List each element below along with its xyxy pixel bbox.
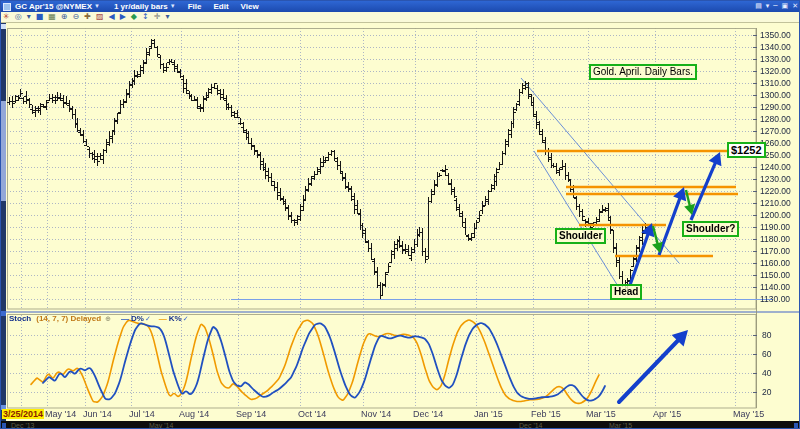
price-tick-label: 1290.00	[760, 103, 791, 112]
timeline-label: Dec '13	[11, 422, 35, 429]
month-label: Jun '14	[83, 409, 112, 419]
month-label: Jan '15	[474, 409, 503, 419]
k-line-label[interactable]: K%	[169, 314, 182, 324]
price-tick-label: 1220.00	[760, 187, 791, 196]
price-tick-label: 1320.00	[760, 67, 791, 76]
chart-note-box[interactable]: Gold. April. Daily Bars.	[589, 64, 697, 80]
month-label: Jul '14	[129, 409, 155, 419]
trading-app-window: GC Apr'15 @NYMEX ▼ 1 yr/daily bars ▼ Fil…	[0, 0, 800, 429]
stoch-panel-header: Stoch (14, 7, 7) Delayed ⊕ — D% ✓ — K% ✓	[9, 314, 189, 324]
head-box[interactable]: Head	[610, 284, 642, 300]
price-tick-label: 1170.00	[760, 247, 790, 256]
month-label: May '14	[45, 409, 76, 419]
timeline-label: May '14	[149, 422, 173, 429]
price-tick-label: 1330.00	[760, 55, 791, 64]
stoch-settings-icon[interactable]: ⊕	[105, 314, 111, 324]
price-tick-label: 1190.00	[760, 223, 790, 232]
price-tick-label: 1200.00	[760, 211, 791, 220]
month-label: Sep '14	[236, 409, 266, 419]
scrollbar-marker	[1, 311, 6, 316]
timeline-label: Dec '14	[519, 422, 543, 429]
price-tick-label: 1340.00	[760, 43, 791, 52]
month-label: May '15	[733, 409, 764, 419]
price-tick-label: 1140.00	[760, 283, 790, 292]
timeline-label: Mar '15	[609, 422, 632, 429]
month-label: Aug '14	[179, 409, 209, 419]
price-tick-label: 1180.00	[760, 235, 790, 244]
k-line-swatch: —	[159, 314, 167, 324]
price-tick-label: 1150.00	[760, 271, 790, 280]
scrollbar-thumb[interactable]	[1, 101, 6, 201]
stoch-tick-label: 80	[762, 331, 771, 340]
month-label: Nov '14	[361, 409, 391, 419]
shoulder-right-box[interactable]: Shoulder?	[682, 221, 739, 237]
left-scrollbar[interactable]	[1, 23, 6, 421]
stoch-params[interactable]: (14, 7, 7) Delayed	[36, 314, 101, 324]
month-label: Oct '14	[298, 409, 326, 419]
stoch-name[interactable]: Stoch	[9, 314, 31, 324]
bottom-timeline-strip[interactable]: Dec '13May '14Dec '14Mar '15	[1, 421, 800, 429]
price-tick-label: 1210.00	[760, 199, 791, 208]
price-tick-label: 1160.00	[760, 259, 790, 268]
month-label: Apr '15	[653, 409, 681, 419]
month-label: Feb '15	[531, 409, 561, 419]
k-line-check-icon[interactable]: ✓	[183, 314, 189, 324]
scrollbar-top-button[interactable]	[1, 24, 6, 29]
month-label: Mar '15	[586, 409, 616, 419]
stoch-tick-label: 40	[762, 369, 771, 378]
month-label: Dec '14	[413, 409, 443, 419]
price-tick-label: 1130.00	[760, 295, 790, 304]
price-tick-label: 1240.00	[760, 163, 791, 172]
price-tick-label: 1230.00	[760, 175, 791, 184]
price-tick-label: 1270.00	[760, 127, 791, 136]
shoulder-left-box[interactable]: Shoulder	[555, 228, 606, 244]
d-line-label[interactable]: D%	[131, 314, 144, 324]
d-line-check-icon[interactable]: ✓	[145, 314, 151, 324]
price-tick-label: 1350.00	[760, 31, 791, 40]
stoch-tick-label: 20	[762, 388, 771, 397]
price-tick-label: 1300.00	[760, 91, 791, 100]
price-target-box[interactable]: $1252	[727, 142, 766, 158]
timeline-left-icon[interactable]	[2, 423, 6, 428]
stoch-tick-label: 60	[762, 350, 771, 359]
price-tick-label: 1310.00	[760, 79, 791, 88]
start-date-label: 3/25/2014	[2, 409, 44, 419]
d-line-swatch: —	[121, 314, 129, 324]
timeline-right-icon[interactable]	[794, 423, 798, 428]
price-tick-label: 1280.00	[760, 115, 791, 124]
